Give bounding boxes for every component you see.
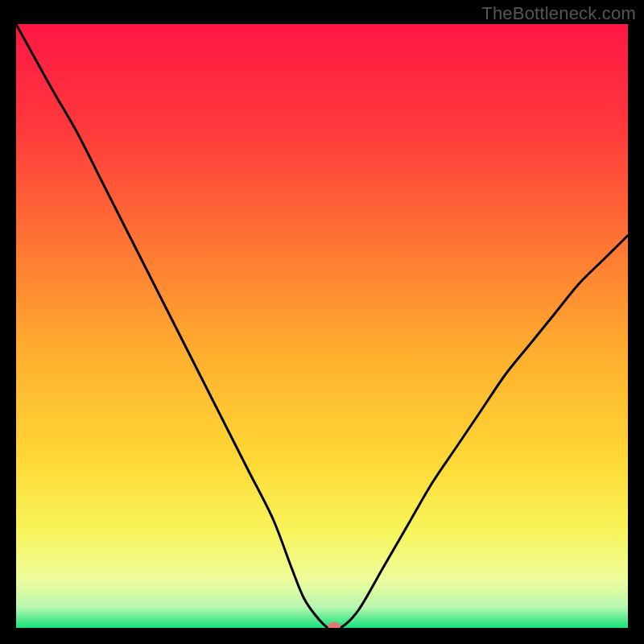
watermark-text: TheBottleneck.com xyxy=(481,3,636,24)
bottleneck-chart xyxy=(16,24,628,628)
plot-area xyxy=(16,24,628,628)
chart-frame: TheBottleneck.com xyxy=(0,0,644,644)
gradient-background xyxy=(16,24,628,628)
